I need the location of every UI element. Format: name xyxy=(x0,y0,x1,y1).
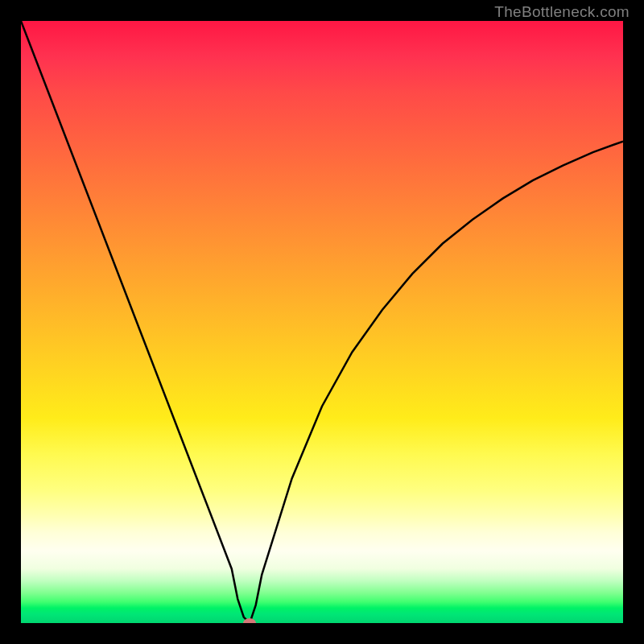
chart-area xyxy=(21,21,623,623)
bottleneck-marker xyxy=(243,618,256,623)
watermark-text: TheBottleneck.com xyxy=(494,3,630,21)
gradient-background xyxy=(21,21,623,623)
